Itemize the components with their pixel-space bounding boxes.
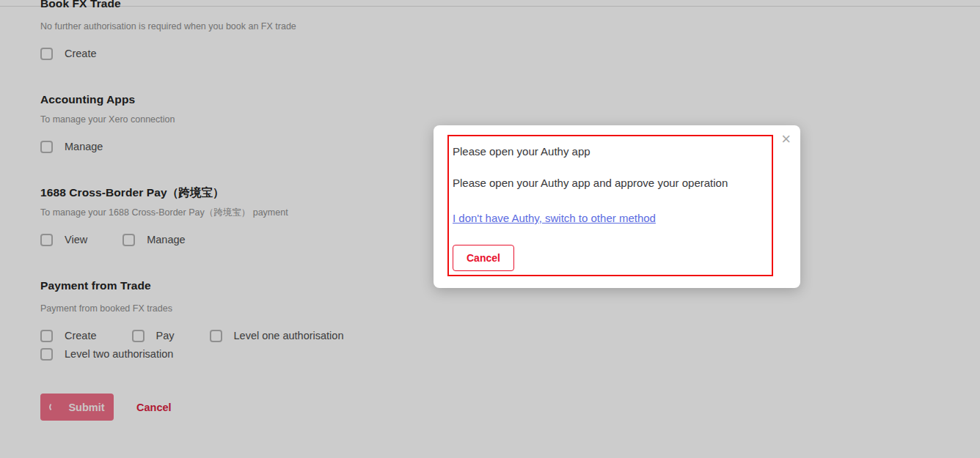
modal-body-text: Please open your Authy app and approve y… — [453, 177, 764, 190]
modal-highlight-box: Please open your Authy app Please open y… — [447, 135, 773, 276]
modal-cancel-button[interactable]: Cancel — [453, 245, 514, 271]
authy-modal: × Please open your Authy app Please open… — [434, 125, 800, 288]
close-icon[interactable]: × — [781, 131, 791, 147]
modal-title: Please open your Authy app — [453, 145, 764, 158]
switch-method-link[interactable]: I don't have Authy, switch to other meth… — [453, 212, 656, 224]
